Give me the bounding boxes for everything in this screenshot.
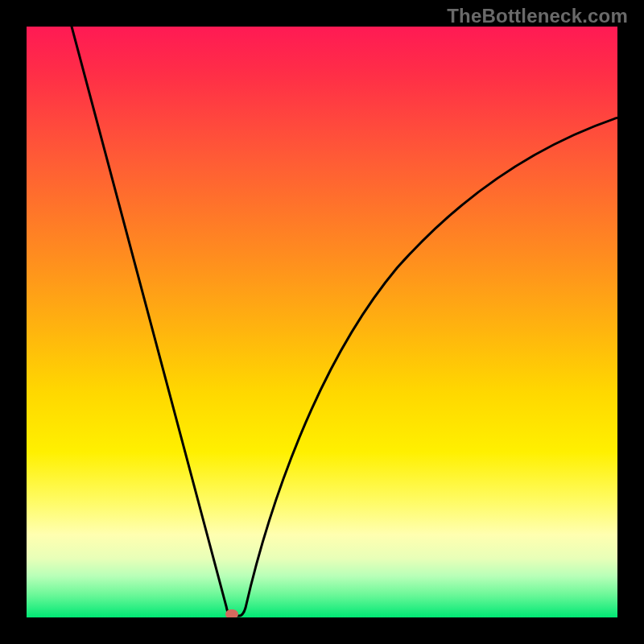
plot-area (27, 27, 617, 617)
bottleneck-curve (27, 27, 617, 617)
chart-frame: TheBottleneck.com (0, 0, 644, 644)
watermark-text: TheBottleneck.com (447, 5, 628, 27)
minimum-marker (225, 609, 238, 617)
